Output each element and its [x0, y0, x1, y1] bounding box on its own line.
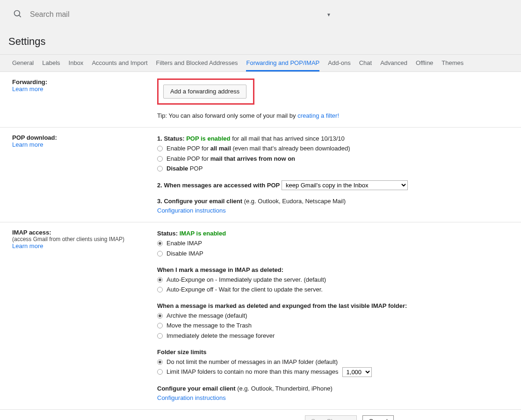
- pop-status-label: 1. Status:: [157, 135, 186, 142]
- pop-step3-label: 3. Configure your email client: [157, 198, 244, 205]
- tab-themes[interactable]: Themes: [441, 59, 463, 71]
- imap-radio-trash[interactable]: [157, 323, 163, 328]
- pop-step3-suffix: (e.g. Outlook, Eudora, Netscape Mail): [244, 198, 346, 205]
- imap-radio-no-limit[interactable]: [157, 359, 163, 365]
- settings-content: Forwarding: Learn more Add a forwarding …: [0, 72, 521, 420]
- tab-accounts[interactable]: Accounts and Import: [92, 59, 147, 71]
- imap-deleted-heading: When I mark a message in IMAP as deleted…: [157, 265, 509, 275]
- save-changes-button[interactable]: Save Changes: [305, 415, 357, 420]
- tab-advanced[interactable]: Advanced: [380, 59, 407, 71]
- search-icon: [13, 9, 22, 20]
- tab-offline[interactable]: Offline: [416, 59, 433, 71]
- pop-status-suffix: for all mail that has arrived since 10/1…: [231, 135, 345, 142]
- forwarding-tip-text: Tip: You can also forward only some of y…: [157, 112, 297, 119]
- tab-addons[interactable]: Add-ons: [328, 59, 350, 71]
- search-box[interactable]: ▼: [8, 4, 336, 25]
- add-forwarding-address-button[interactable]: Add a forwarding address: [163, 85, 246, 99]
- imap-configure-suffix: (e.g. Outlook, Thunderbird, iPhone): [237, 385, 333, 392]
- footer-buttons: Save Changes Cancel: [0, 410, 521, 420]
- section-forwarding: Forwarding: Learn more Add a forwarding …: [0, 72, 521, 128]
- imap-disable-label: Disable IMAP: [166, 249, 203, 258]
- imap-folder-limit-select[interactable]: 1,000: [342, 367, 372, 377]
- pop-radio-all-mail[interactable]: [157, 146, 163, 151]
- imap-radio-enable[interactable]: [157, 241, 163, 246]
- tab-chat[interactable]: Chat: [359, 59, 372, 71]
- imap-radio-disable[interactable]: [157, 251, 163, 256]
- pop-config-instructions-link[interactable]: Configuration instructions: [157, 206, 509, 215]
- section-imap: IMAP access: (access Gmail from other cl…: [0, 222, 521, 410]
- creating-filter-link[interactable]: creating a filter!: [297, 112, 339, 119]
- imap-configure-label: Configure your email client: [157, 385, 237, 392]
- imap-radio-expunge-off[interactable]: [157, 287, 163, 292]
- search-input[interactable]: [30, 10, 326, 19]
- pop-status-value: POP is enabled: [186, 135, 230, 142]
- page-title: Settings: [0, 29, 521, 54]
- settings-tabs: General Labels Inbox Accounts and Import…: [0, 54, 521, 72]
- pop-learn-more-link[interactable]: Learn more: [12, 141, 157, 148]
- imap-status-value: IMAP is enabled: [180, 230, 226, 237]
- imap-folder-heading: Folder size limits: [157, 348, 509, 357]
- top-bar: ▼: [0, 0, 521, 29]
- tab-forwarding-pop-imap[interactable]: Forwarding and POP/IMAP: [246, 59, 319, 71]
- tab-inbox[interactable]: Inbox: [69, 59, 84, 71]
- imap-subtext: (access Gmail from other clients using I…: [12, 236, 157, 242]
- imap-radio-limit[interactable]: [157, 369, 163, 375]
- imap-enable-label: Enable IMAP: [166, 239, 202, 248]
- tab-general[interactable]: General: [12, 59, 34, 71]
- tab-labels[interactable]: Labels: [42, 59, 60, 71]
- pop-heading: POP download:: [12, 134, 157, 141]
- imap-heading: IMAP access:: [12, 229, 157, 236]
- highlight-annotation: Add a forwarding address: [157, 78, 254, 105]
- pop-step2-label: 2. When messages are accessed with POP: [157, 182, 280, 189]
- pop-radio-disable[interactable]: [157, 166, 163, 171]
- imap-radio-delete-forever[interactable]: [157, 333, 163, 339]
- tab-filters[interactable]: Filters and Blocked Addresses: [156, 59, 238, 71]
- imap-status-label: Status:: [157, 230, 180, 237]
- search-options-icon[interactable]: ▼: [326, 12, 331, 17]
- svg-line-1: [19, 15, 21, 17]
- cancel-button[interactable]: Cancel: [362, 415, 393, 420]
- forwarding-learn-more-link[interactable]: Learn more: [12, 85, 157, 93]
- imap-learn-more-link[interactable]: Learn more: [12, 242, 157, 249]
- pop-action-select[interactable]: keep Gmail's copy in the Inbox: [282, 180, 408, 190]
- imap-config-instructions-link[interactable]: Configuration instructions: [157, 393, 509, 403]
- imap-radio-expunge-on[interactable]: [157, 277, 163, 283]
- pop-radio-from-now[interactable]: [157, 156, 163, 162]
- svg-point-0: [14, 10, 20, 16]
- imap-expunged-heading: When a message is marked as deleted and …: [157, 301, 509, 311]
- section-pop: POP download: Learn more 1. Status: POP …: [0, 128, 521, 222]
- imap-radio-archive[interactable]: [157, 313, 163, 319]
- forwarding-heading: Forwarding:: [12, 78, 157, 85]
